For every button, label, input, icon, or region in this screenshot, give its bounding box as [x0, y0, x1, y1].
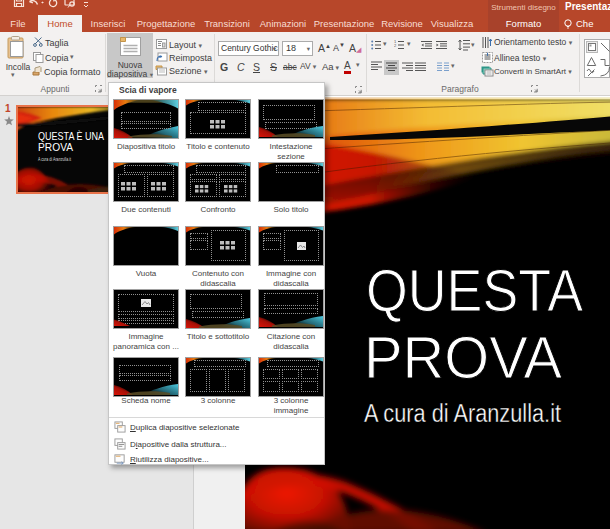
svg-text:A cura di Aranzulla.it: A cura di Aranzulla.it — [364, 398, 562, 428]
svg-text:QUESTA: QUESTA — [366, 257, 583, 324]
svg-text:A cura di Aranzulla.it: A cura di Aranzulla.it — [38, 157, 72, 162]
svg-text:PROVA: PROVA — [364, 324, 562, 391]
svg-text:2: 2 — [394, 43, 397, 48]
svg-text:PROVA: PROVA — [38, 141, 73, 153]
